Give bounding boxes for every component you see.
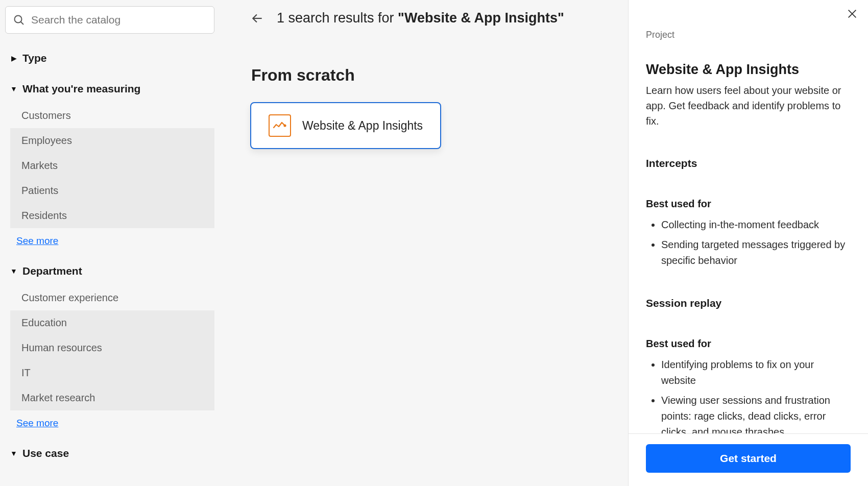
panel-kicker: Project [646, 30, 851, 40]
facet-department-see-more[interactable]: See more [16, 418, 58, 429]
main-content: 1 search results for "Website & App Insi… [220, 0, 628, 486]
search-input[interactable] [31, 14, 207, 26]
search-field[interactable] [5, 6, 214, 34]
section-from-scratch: From scratch [251, 66, 608, 85]
get-started-button[interactable]: Get started [646, 444, 851, 473]
panel-best-used-for-1: Best used for [646, 338, 851, 350]
result-card-website-app-insights[interactable]: Website & App Insights [250, 102, 441, 149]
list-item: Sending targeted messages triggered by s… [661, 237, 851, 269]
facet-item-market-research[interactable]: Market research [10, 385, 214, 410]
details-panel: Project Website & App Insights Learn how… [628, 0, 868, 486]
close-icon [847, 8, 858, 19]
caret-right-icon: ▶ [10, 54, 17, 62]
svg-point-0 [15, 16, 22, 23]
facet-type: ▶ Type [5, 52, 214, 64]
search-icon [13, 14, 25, 26]
facet-item-hr[interactable]: Human resources [10, 335, 214, 360]
facet-usecase-header[interactable]: ▼ Use case [5, 447, 214, 459]
results-prefix: 1 search results for [277, 10, 398, 26]
panel-list-1: Identifying problems to fix on your webs… [646, 357, 851, 433]
svg-point-3 [284, 125, 286, 127]
facet-department: ▼ Department Customer experience Educati… [5, 265, 214, 429]
facet-measuring-see-more[interactable]: See more [16, 235, 58, 247]
panel-description: Learn how users feel about your website … [646, 83, 851, 129]
panel-title: Website & App Insights [646, 62, 851, 78]
list-item: Identifying problems to fix on your webs… [661, 357, 851, 388]
caret-down-icon: ▼ [10, 449, 17, 457]
facet-department-label: Department [22, 265, 82, 277]
facet-type-label: Type [22, 52, 46, 64]
panel-best-used-for-0: Best used for [646, 198, 851, 210]
website-insights-icon [269, 114, 291, 137]
panel-heading-intercepts: Intercepts [646, 157, 851, 169]
facet-measuring-label: What you're measuring [22, 83, 140, 95]
back-button[interactable] [250, 11, 264, 26]
caret-down-icon: ▼ [10, 267, 17, 275]
facet-department-header[interactable]: ▼ Department [5, 265, 214, 277]
facet-item-it[interactable]: IT [10, 360, 214, 385]
facet-item-education[interactable]: Education [10, 310, 214, 335]
facet-item-customers[interactable]: Customers [10, 103, 214, 128]
list-item: Viewing user sessions and frustration po… [661, 393, 851, 433]
caret-down-icon: ▼ [10, 85, 17, 93]
results-query: "Website & App Insights" [398, 10, 564, 26]
search-results-heading: 1 search results for "Website & App Insi… [277, 10, 564, 26]
facet-item-employees[interactable]: Employees [10, 128, 214, 153]
facet-measuring: ▼ What you're measuring Customers Employ… [5, 83, 214, 247]
panel-heading-session-replay: Session replay [646, 297, 851, 309]
facet-measuring-header[interactable]: ▼ What you're measuring [5, 83, 214, 95]
result-card-label: Website & App Insights [302, 119, 423, 133]
facet-item-patients[interactable]: Patients [10, 178, 214, 203]
list-item: Collecting in-the-moment feedback [661, 217, 851, 233]
facet-item-markets[interactable]: Markets [10, 153, 214, 178]
facet-item-cx[interactable]: Customer experience [10, 285, 214, 310]
facet-usecase-label: Use case [22, 447, 69, 459]
catalog-sidebar: ▶ Type ▼ What you're measuring Customers… [0, 0, 220, 486]
facet-usecase: ▼ Use case [5, 447, 214, 459]
arrow-left-icon [251, 12, 264, 25]
svg-line-1 [21, 22, 24, 25]
panel-list-0: Collecting in-the-moment feedback Sendin… [646, 217, 851, 269]
panel-footer: Get started [629, 433, 868, 486]
facet-type-header[interactable]: ▶ Type [5, 52, 214, 64]
close-button[interactable] [847, 8, 858, 21]
facet-item-residents[interactable]: Residents [10, 203, 214, 228]
